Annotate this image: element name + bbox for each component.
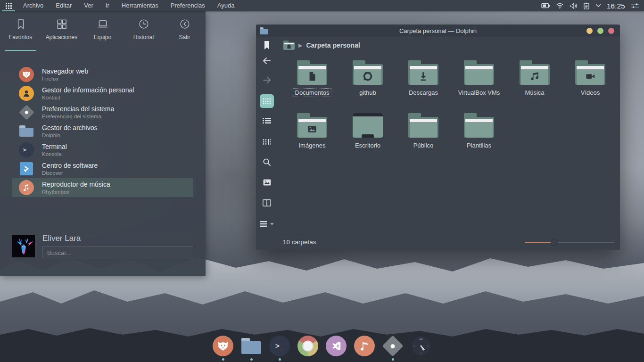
system-settings-icon: [19, 105, 34, 120]
folder-virtualbox-vms[interactable]: VirtualBox VMs: [451, 60, 507, 113]
dolphin-side-toolbar: [256, 54, 278, 234]
status-bar: 10 carpetas: [256, 234, 620, 250]
laptop-icon: [97, 18, 109, 30]
folder-icon-github: [353, 60, 383, 85]
avatar[interactable]: [12, 235, 35, 257]
folder-descargas[interactable]: Descargas: [396, 60, 451, 113]
breadcrumb: ▶ Carpeta personal: [283, 41, 360, 50]
home-folder-icon[interactable]: [283, 41, 295, 50]
app-subtitle: Discover: [42, 170, 98, 176]
folder-icon-video: [575, 60, 605, 85]
chevron-down-icon[interactable]: [595, 4, 601, 8]
wifi-icon[interactable]: [556, 2, 564, 9]
firefox-icon: [213, 336, 233, 356]
maximize-button[interactable]: [597, 28, 603, 34]
search-input[interactable]: [42, 246, 193, 259]
folder-icon-plain: [464, 113, 494, 138]
zoom-slider-thumb[interactable]: [551, 239, 558, 246]
app-item-dolphin[interactable]: Gestor de archivosDolphin: [12, 122, 193, 140]
app-item-system-settings[interactable]: Preferencias del sistemaPreferencias del…: [12, 103, 193, 122]
tab-favoritos[interactable]: Favoritos: [0, 18, 41, 51]
application-launcher-panel: Favoritos Aplicaciones Equipo Historial …: [0, 11, 206, 276]
back-button[interactable]: [260, 54, 274, 67]
tab-equipo[interactable]: Equipo: [82, 18, 123, 51]
dock-item-chrome[interactable]: [296, 335, 320, 362]
folder-label: Escritorio: [353, 141, 383, 150]
folder-label: Descargas: [406, 88, 440, 97]
app-subtitle: Konsole: [42, 151, 67, 157]
list-view-button[interactable]: [260, 114, 274, 127]
close-button[interactable]: [608, 28, 614, 34]
app-subtitle: Preferencias del sistema: [42, 113, 114, 120]
dock: >_ 12369: [0, 335, 644, 362]
app-title: Centro de software: [42, 162, 98, 170]
menu-herramientas[interactable]: Herramientas: [116, 0, 165, 11]
tab-salir[interactable]: Salir: [164, 18, 205, 51]
folder-plantillas[interactable]: Plantillas: [451, 113, 507, 166]
tab-label: Aplicaciones: [46, 34, 77, 41]
menu-ir[interactable]: Ir: [99, 0, 116, 11]
dock-item-file-manager[interactable]: [239, 335, 264, 362]
folder-icon-download: [408, 60, 438, 85]
folder-publico[interactable]: Público: [396, 113, 451, 166]
dock-item-clock-widget[interactable]: 12369: [409, 335, 433, 362]
minimize-button[interactable]: [586, 28, 593, 34]
tab-label: Favoritos: [9, 34, 32, 41]
dock-item-rhythmbox[interactable]: [352, 335, 377, 362]
clipboard-icon[interactable]: [583, 2, 590, 9]
places-panel-toggle[interactable]: [256, 41, 278, 50]
folder-github[interactable]: github: [340, 60, 396, 113]
clock-time[interactable]: 16:25: [607, 2, 625, 10]
folder-icon-image: [297, 113, 327, 138]
menu-editar[interactable]: Editar: [50, 0, 78, 11]
app-item-discover[interactable]: Centro de softwareDiscover: [12, 159, 193, 178]
folder-imagenes[interactable]: Imágenes: [284, 113, 340, 166]
folder-label: Público: [411, 141, 436, 150]
forward-button[interactable]: [260, 73, 274, 87]
menu-archivo[interactable]: Archivo: [17, 0, 50, 11]
dock-item-system-settings[interactable]: [380, 335, 405, 362]
menu-ver[interactable]: Ver: [78, 0, 99, 11]
icons-view-button[interactable]: [260, 94, 274, 108]
tab-aplicaciones[interactable]: Aplicaciones: [41, 18, 82, 51]
svg-text:12: 12: [419, 337, 423, 340]
menu-preferencias[interactable]: Preferencias: [165, 0, 211, 11]
compact-view-button[interactable]: [260, 135, 274, 148]
app-item-firefox[interactable]: Navegador webFirefox: [12, 65, 193, 84]
dock-item-vscode[interactable]: [324, 335, 348, 362]
search-button[interactable]: [260, 156, 274, 169]
menu-button[interactable]: [257, 217, 276, 231]
volume-icon[interactable]: [570, 2, 578, 9]
tab-historial[interactable]: Historial: [123, 18, 164, 51]
folder-label: Imágenes: [296, 141, 328, 150]
split-view-button[interactable]: [260, 196, 274, 210]
breadcrumb-location[interactable]: Carpeta personal: [306, 41, 360, 49]
folder-escritorio[interactable]: Escritorio: [340, 113, 396, 166]
folder-icon-music: [520, 60, 550, 85]
app-item-konsole[interactable]: >_ TerminalKonsole: [12, 140, 193, 159]
app-title: Gestor de información personal: [42, 86, 134, 94]
folder-documentos[interactable]: Documentos: [284, 60, 340, 113]
history-clock-icon: [138, 18, 150, 30]
top-panel: Archivo Editar Ver Ir Herramientas Prefe…: [0, 0, 644, 11]
tab-label: Historial: [133, 34, 154, 41]
folder-musica[interactable]: Música: [507, 60, 562, 113]
window-titlebar[interactable]: Carpeta personal — Dolphin: [256, 25, 620, 37]
active-tab-underline: [5, 50, 36, 51]
folder-icon-document: [297, 60, 327, 85]
battery-icon[interactable]: [541, 2, 550, 9]
app-item-kontact[interactable]: Gestor de información personalKontact: [12, 84, 193, 103]
app-subtitle: Dolphin: [42, 132, 98, 139]
menu-ayuda[interactable]: Ayuda: [211, 0, 241, 11]
folder-label: github: [357, 88, 378, 97]
folder-videos[interactable]: Vídeos: [562, 60, 618, 113]
sliders-icon[interactable]: [631, 2, 639, 9]
preview-button[interactable]: [260, 176, 274, 189]
dock-item-firefox[interactable]: [211, 335, 235, 362]
zoom-slider[interactable]: [525, 239, 614, 246]
dock-item-terminal[interactable]: >_: [267, 335, 292, 362]
app-launcher-button[interactable]: [0, 0, 17, 11]
app-item-rhythmbox[interactable]: Reproductor de músicaRhythmbox: [12, 178, 193, 197]
terminal-icon: >_: [269, 336, 290, 356]
folder-label: VirtualBox VMs: [456, 88, 503, 97]
